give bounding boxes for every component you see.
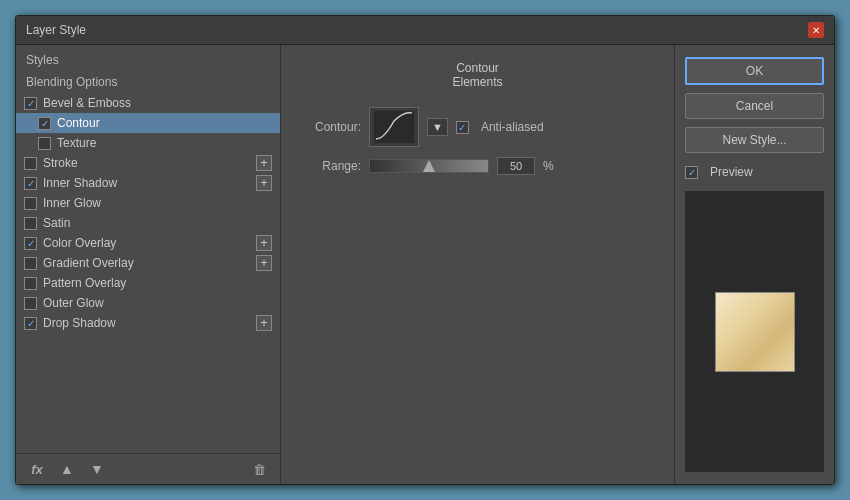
pattern-overlay-checkbox[interactable] [24, 277, 37, 290]
styles-header: Styles [16, 45, 280, 71]
chevron-down-icon: ▼ [432, 121, 443, 133]
sidebar-item-gradient-overlay[interactable]: Gradient Overlay + [16, 253, 280, 273]
pattern-overlay-label: Pattern Overlay [43, 276, 126, 290]
gradient-overlay-checkbox[interactable] [24, 257, 37, 270]
dialog-title: Layer Style [26, 23, 86, 37]
contour-dropdown[interactable]: ▼ [427, 118, 448, 136]
anti-alias-checkbox[interactable] [456, 121, 469, 134]
sidebar-item-texture[interactable]: Texture [16, 133, 280, 153]
cancel-button[interactable]: Cancel [685, 93, 824, 119]
contour-field-label: Contour: [301, 120, 361, 134]
contour-curve-icon [374, 111, 414, 143]
dialog-body: Styles Blending Options Bevel & Emboss C… [16, 45, 834, 484]
sidebar-item-drop-shadow[interactable]: Drop Shadow + [16, 313, 280, 333]
stroke-add-button[interactable]: + [256, 155, 272, 171]
range-row: Range: % [301, 157, 654, 175]
delete-button[interactable]: 🗑 [248, 460, 270, 478]
drop-shadow-checkbox[interactable] [24, 317, 37, 330]
left-panel: Styles Blending Options Bevel & Emboss C… [16, 45, 281, 484]
fx-button[interactable]: fx [26, 460, 48, 478]
range-value-input[interactable] [497, 157, 535, 175]
preview-label: Preview [710, 165, 753, 179]
new-style-button[interactable]: New Style... [685, 127, 824, 153]
color-overlay-checkbox[interactable] [24, 237, 37, 250]
texture-label: Texture [57, 136, 96, 150]
stroke-label: Stroke [43, 156, 78, 170]
sidebar-item-bevel-emboss[interactable]: Bevel & Emboss [16, 93, 280, 113]
inner-shadow-checkbox[interactable] [24, 177, 37, 190]
left-panel-footer: fx ▲ ▼ 🗑 [16, 453, 280, 484]
inner-glow-label: Inner Glow [43, 196, 101, 210]
drop-shadow-add-button[interactable]: + [256, 315, 272, 331]
anti-alias-row: Anti-aliased [456, 120, 544, 134]
move-down-button[interactable]: ▼ [86, 460, 108, 478]
satin-label: Satin [43, 216, 70, 230]
inner-shadow-add-button[interactable]: + [256, 175, 272, 191]
preview-checkbox[interactable] [685, 166, 698, 179]
bevel-emboss-checkbox[interactable] [24, 97, 37, 110]
outer-glow-checkbox[interactable] [24, 297, 37, 310]
gradient-overlay-add-button[interactable]: + [256, 255, 272, 271]
preview-check-row: Preview [685, 165, 824, 179]
title-bar: Layer Style ✕ [16, 16, 834, 45]
anti-alias-label: Anti-aliased [481, 120, 544, 134]
section-title-line2: Elements [301, 75, 654, 89]
sidebar-item-satin[interactable]: Satin [16, 213, 280, 233]
move-up-button[interactable]: ▲ [56, 460, 78, 478]
inner-shadow-label: Inner Shadow [43, 176, 117, 190]
blending-options-item[interactable]: Blending Options [16, 71, 280, 93]
contour-preview[interactable] [369, 107, 419, 147]
contour-checkbox[interactable] [38, 117, 51, 130]
main-panel: Contour Elements Contour: ▼ Anti-aliase [281, 45, 674, 484]
sidebar-item-pattern-overlay[interactable]: Pattern Overlay [16, 273, 280, 293]
range-label: Range: [301, 159, 361, 173]
bevel-emboss-label: Bevel & Emboss [43, 96, 131, 110]
stroke-checkbox[interactable] [24, 157, 37, 170]
sidebar-item-stroke[interactable]: Stroke + [16, 153, 280, 173]
ok-button[interactable]: OK [685, 57, 824, 85]
close-button[interactable]: ✕ [808, 22, 824, 38]
contour-label: Contour [57, 116, 100, 130]
sidebar-item-color-overlay[interactable]: Color Overlay + [16, 233, 280, 253]
drop-shadow-label: Drop Shadow [43, 316, 116, 330]
right-panel: OK Cancel New Style... Preview [674, 45, 834, 484]
range-slider[interactable] [369, 159, 489, 173]
color-overlay-add-button[interactable]: + [256, 235, 272, 251]
sidebar-item-inner-glow[interactable]: Inner Glow [16, 193, 280, 213]
sidebar-item-outer-glow[interactable]: Outer Glow [16, 293, 280, 313]
layer-style-dialog: Layer Style ✕ Styles Blending Options Be… [15, 15, 835, 485]
range-unit: % [543, 159, 554, 173]
sidebar-item-inner-shadow[interactable]: Inner Shadow + [16, 173, 280, 193]
texture-checkbox[interactable] [38, 137, 51, 150]
gradient-overlay-label: Gradient Overlay [43, 256, 134, 270]
color-overlay-label: Color Overlay [43, 236, 116, 250]
contour-row: Contour: ▼ Anti-aliased [301, 107, 654, 147]
satin-checkbox[interactable] [24, 217, 37, 230]
range-slider-thumb[interactable] [423, 160, 435, 172]
section-title-contour-elements: Contour Elements [301, 61, 654, 89]
section-title-line1: Contour [301, 61, 654, 75]
outer-glow-label: Outer Glow [43, 296, 104, 310]
inner-glow-checkbox[interactable] [24, 197, 37, 210]
preview-image [715, 292, 795, 372]
sidebar-item-contour[interactable]: Contour [16, 113, 280, 133]
preview-box [685, 191, 824, 472]
